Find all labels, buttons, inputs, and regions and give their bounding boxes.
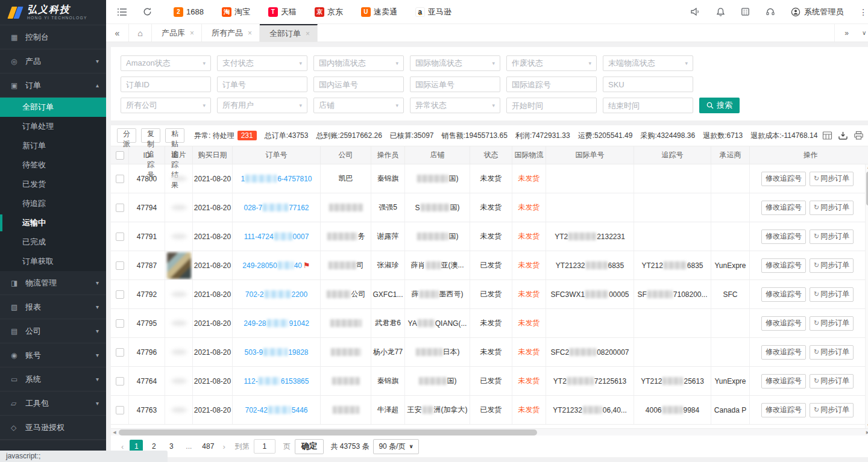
order-number-link[interactable]: 249-2805040 <box>242 261 302 270</box>
sidebar-subitem[interactable]: 全部订单 <box>0 98 106 117</box>
columns-toggle-icon[interactable] <box>822 131 832 140</box>
filter-select[interactable]: 所有公司 ▾ <box>121 98 211 113</box>
scroll-right-icon[interactable]: ▶ <box>864 429 868 435</box>
edit-tracking-button[interactable]: 修改追踪号 <box>761 316 806 331</box>
nav-tab[interactable]: 所有产品 × <box>202 24 260 42</box>
order-number-link[interactable]: 112-6153865 <box>244 377 309 386</box>
sidebar-item[interactable]: ▭ 系统 ▾ <box>0 367 106 392</box>
toolbar-button[interactable]: 粘贴追踪结果 <box>165 128 184 143</box>
filter-input[interactable] <box>603 98 693 113</box>
filter-select[interactable]: 异常状态 ▾ <box>410 98 500 113</box>
sidebar-item[interactable]: ◎ 产品 ▾ <box>0 49 106 73</box>
sync-order-button[interactable]: ↻同步订单 <box>810 403 854 417</box>
scroll-down-icon[interactable]: ▼ <box>866 422 868 428</box>
sync-order-button[interactable]: ↻同步订单 <box>810 345 854 360</box>
sidebar-subitem[interactable]: 订单获取 <box>0 252 106 271</box>
sidebar-subitem[interactable]: 已完成 <box>0 233 106 252</box>
sync-order-button[interactable]: ↻同步订单 <box>810 287 854 302</box>
order-number-link[interactable]: 16-4757810 <box>241 175 312 183</box>
platform-link[interactable]: a 亚马逊 <box>415 7 451 17</box>
sidebar-subitem[interactable]: 运输中 <box>0 213 106 233</box>
filter-select[interactable]: Amazon状态 ▾ <box>121 55 211 71</box>
more-icon[interactable]: ⋮ <box>859 7 867 17</box>
platform-link[interactable]: 2 1688 <box>174 7 204 17</box>
next-page-icon[interactable]: › <box>221 442 227 451</box>
goto-page-input[interactable] <box>254 439 275 454</box>
filter-input[interactable] <box>121 76 211 92</box>
horizontal-scrollbar[interactable]: ◀ ▶ <box>111 428 868 435</box>
row-checkbox[interactable] <box>116 290 124 299</box>
order-number-link[interactable]: 503-919828 <box>244 348 308 357</box>
order-number-link[interactable]: 702-22200 <box>245 290 307 299</box>
row-checkbox[interactable] <box>116 175 124 183</box>
filter-input[interactable] <box>410 76 500 92</box>
filter-select[interactable]: 国际物流状态 ▾ <box>410 55 500 71</box>
sidebar-subitem[interactable]: 待签收 <box>0 155 106 175</box>
sync-order-button[interactable]: ↻同步订单 <box>810 316 854 331</box>
row-checkbox[interactable] <box>116 377 124 386</box>
order-number-link[interactable]: 702-425446 <box>245 406 307 414</box>
sidebar-item[interactable]: ▦ 控制台 <box>0 25 106 49</box>
vertical-scrollbar[interactable]: ▲ ▼ <box>865 164 868 428</box>
filter-select[interactable]: 国内物流状态 ▾ <box>313 55 404 71</box>
row-checkbox[interactable] <box>116 233 124 241</box>
filter-input[interactable] <box>217 76 307 92</box>
toolbar-button[interactable]: 分派 <box>117 128 136 143</box>
export-icon[interactable] <box>838 131 848 140</box>
sidebar-item[interactable]: ▱ 工具包 ▾ <box>0 392 106 416</box>
headset-icon[interactable] <box>766 7 775 16</box>
edit-tracking-button[interactable]: 修改追踪号 <box>761 287 806 302</box>
sidebar-item[interactable]: ◉ 账号 ▾ <box>0 343 106 367</box>
row-checkbox[interactable] <box>116 406 124 414</box>
sync-order-button[interactable]: ↻同步订单 <box>810 172 854 186</box>
filter-select[interactable]: 所有用户 ▾ <box>217 98 307 113</box>
scroll-up-icon[interactable]: ▲ <box>866 164 868 170</box>
close-icon[interactable]: × <box>306 30 310 38</box>
tab-options-icon[interactable]: ∨ <box>862 30 866 36</box>
sidebar-item[interactable]: ◨ 物流管理 ▾ <box>0 271 106 295</box>
edit-tracking-button[interactable]: 修改追踪号 <box>761 374 806 389</box>
sidebar-subitem[interactable]: 订单处理 <box>0 117 106 136</box>
filter-input[interactable] <box>313 76 404 92</box>
prev-page-icon[interactable]: ‹ <box>119 442 125 451</box>
row-checkbox[interactable] <box>116 204 124 212</box>
close-icon[interactable]: × <box>248 29 252 37</box>
print-icon[interactable] <box>854 131 864 140</box>
sync-order-button[interactable]: ↻同步订单 <box>810 374 854 389</box>
search-button[interactable]: 搜索 <box>699 98 740 113</box>
sync-order-button[interactable]: ↻同步订单 <box>810 258 854 273</box>
filter-select[interactable]: 店铺 ▾ <box>313 98 404 113</box>
scroll-tabs-right-icon[interactable]: » <box>844 29 849 37</box>
nav-tab[interactable]: 全部订单 × <box>260 24 318 42</box>
row-checkbox[interactable] <box>116 261 124 270</box>
sidebar-subitem[interactable]: 已发货 <box>0 175 106 194</box>
row-checkbox[interactable] <box>116 348 124 357</box>
bell-icon[interactable] <box>716 7 725 17</box>
per-page-select[interactable]: 90 条/页 ∨ <box>373 439 418 454</box>
edit-tracking-button[interactable]: 修改追踪号 <box>761 229 806 244</box>
sidebar-item[interactable]: ◇ 亚马逊授权 <box>0 416 106 440</box>
select-all-checkbox[interactable] <box>116 151 124 160</box>
platform-link[interactable]: 京 京东 <box>315 7 343 17</box>
edit-tracking-button[interactable]: 修改追踪号 <box>761 345 806 360</box>
collapse-sidebar-icon[interactable] <box>117 8 127 16</box>
platform-link[interactable]: T 天猫 <box>268 7 297 17</box>
nav-tab[interactable]: 产品库 × <box>152 24 202 42</box>
platform-link[interactable]: U 速卖通 <box>361 7 397 17</box>
sidebar-item[interactable]: ▣ 订单 ▴ <box>0 73 106 98</box>
confirm-page-button[interactable]: 确定 <box>295 439 324 454</box>
scroll-tabs-left-icon[interactable]: « <box>106 24 129 42</box>
page-number[interactable]: 487 <box>200 440 216 453</box>
home-tab[interactable]: ⌂ <box>129 24 152 42</box>
sync-order-button[interactable]: ↻同步订单 <box>810 229 854 244</box>
filter-select[interactable]: 末端物流状态 ▾ <box>603 55 693 71</box>
row-checkbox[interactable] <box>116 319 124 328</box>
edit-tracking-button[interactable]: 修改追踪号 <box>761 403 806 417</box>
announcement-icon[interactable] <box>690 7 700 16</box>
edit-tracking-button[interactable]: 修改追踪号 <box>761 258 806 273</box>
close-icon[interactable]: × <box>190 29 194 37</box>
sidebar-item[interactable]: ▤ 公司 ▾ <box>0 319 106 343</box>
filter-input[interactable] <box>603 76 693 92</box>
filter-select[interactable]: 支付状态 ▾ <box>217 55 307 71</box>
toolbar-button[interactable]: 复制追踪号 <box>141 128 160 143</box>
